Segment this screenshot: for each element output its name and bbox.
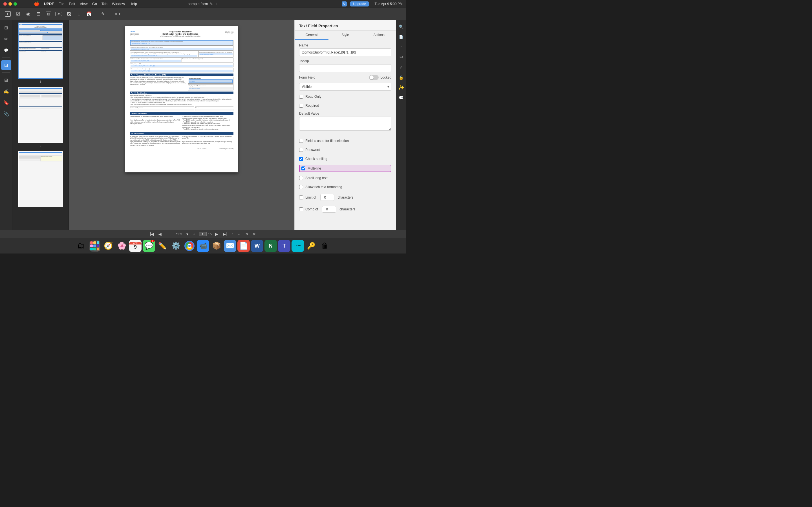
password-checkbox[interactable] (299, 148, 303, 152)
password-label: Password (305, 148, 320, 152)
image-tool-btn[interactable]: 🖼 (64, 10, 73, 18)
first-page-btn[interactable]: |◀ (149, 232, 155, 236)
menu-help[interactable]: Help (130, 2, 137, 6)
close-btn[interactable]: ✕ (252, 232, 257, 236)
sign-tool-btn[interactable]: ⊡ (74, 10, 84, 18)
zoom-dropdown-btn[interactable]: ▾ (185, 232, 190, 236)
dock-dropbox[interactable]: 📦 (210, 240, 223, 252)
dock-wave[interactable]: 〰 (292, 240, 304, 252)
limit-checkbox[interactable] (299, 195, 303, 200)
file-selection-checkbox[interactable] (299, 139, 303, 143)
text-field-tool-btn[interactable]: T| (3, 10, 12, 18)
share-icon-btn[interactable]: ↑ (397, 43, 405, 51)
dock-acrobat[interactable]: 📄 (238, 240, 250, 252)
read-only-checkbox[interactable] (299, 95, 303, 99)
sidebar-item-annotations[interactable]: ✏ (1, 34, 11, 44)
verify-icon-btn[interactable]: ✓ (397, 63, 405, 71)
scroll-long-text-checkbox[interactable] (299, 176, 303, 180)
limit-value-input[interactable] (320, 194, 335, 201)
search-icon-btn[interactable]: 🔍 (397, 22, 405, 31)
menu-edit[interactable]: Edit (69, 2, 75, 6)
check-spelling-checkbox[interactable] (299, 157, 303, 161)
tab-actions[interactable]: Actions (362, 31, 396, 40)
dock-launchpad[interactable] (89, 240, 101, 252)
page-number-input[interactable] (199, 232, 207, 236)
toolbar-separator-2 (110, 11, 110, 17)
chat-icon-btn[interactable]: 💬 (397, 94, 405, 102)
next-page-btn[interactable]: ▶ (214, 232, 219, 236)
menu-updf[interactable]: UPDF (44, 2, 54, 6)
prop-tooltip-input[interactable] (299, 64, 391, 72)
sidebar-item-comments[interactable]: 💬 (1, 45, 11, 55)
list-tool-btn[interactable]: ☰ (34, 10, 43, 18)
dock-calendar[interactable]: APR 9 (129, 240, 142, 252)
allow-rich-text-checkbox[interactable] (299, 185, 303, 189)
settings-btn[interactable]: ⚙ ▾ (112, 11, 123, 17)
menu-apple[interactable]: 🍎 (34, 1, 40, 6)
dock-zoom[interactable]: 📹 (197, 240, 209, 252)
dock-chrome[interactable] (183, 240, 196, 252)
close-button[interactable] (3, 2, 7, 6)
menu-go[interactable]: Go (92, 2, 97, 6)
dock-system-prefs[interactable]: ⚙️ (170, 240, 182, 252)
dock-freeform[interactable]: ✏️ (156, 240, 168, 252)
thumbnail-page-2[interactable]: 2 (15, 87, 66, 148)
comb-value-input[interactable] (322, 206, 336, 213)
sidebar-item-organize[interactable]: ⊞ (1, 75, 11, 85)
lock-icon-btn[interactable]: 🔒 (397, 73, 405, 82)
upgrade-button[interactable]: Upgrade (350, 1, 369, 6)
sidebar-item-bookmarks[interactable]: 🔖 (1, 98, 11, 108)
tab-general[interactable]: General (295, 31, 328, 40)
thumbnail-page-3[interactable]: Example: Article 20 of the U.S.-China in… (15, 151, 66, 212)
dock-safari[interactable]: 🧭 (102, 240, 114, 252)
dock-finder[interactable]: 🗂 (75, 240, 87, 252)
dock-keychain[interactable]: 🔑 (305, 240, 317, 252)
ai-icon-btn[interactable]: ✨ (397, 83, 405, 92)
edit-title-icon[interactable]: ✎ (210, 2, 213, 6)
last-page-btn[interactable]: ▶| (221, 232, 228, 236)
dock-mail[interactable]: ✉️ (224, 240, 236, 252)
menu-window[interactable]: Window (112, 2, 125, 6)
date-tool-btn[interactable]: 📅 (85, 10, 94, 18)
edit-tool-btn[interactable]: ✎ (98, 10, 107, 18)
visibility-select[interactable]: Visible Hidden No Print No View (299, 83, 391, 91)
minimize-button[interactable] (8, 2, 12, 6)
button-tool-btn[interactable]: OK (54, 10, 63, 18)
field-address: 5 Address (number, street, and apt. or s… (130, 58, 182, 62)
rotate-btn[interactable]: ↻ (244, 232, 249, 236)
prev-page-btn[interactable]: ◀ (157, 232, 163, 236)
prop-name-input[interactable] (299, 48, 391, 56)
fit-width-btn[interactable]: ↔ (236, 232, 242, 236)
checkbox-tool-btn[interactable]: ☑ (13, 10, 22, 18)
required-checkbox[interactable] (299, 104, 303, 108)
fit-height-btn[interactable]: ↕ (230, 232, 234, 236)
multi-line-checkbox[interactable] (301, 166, 305, 170)
menu-tab[interactable]: Tab (101, 2, 107, 6)
dock-trash[interactable]: 🗑 (319, 240, 331, 252)
zoom-out-btn[interactable]: − (167, 232, 172, 236)
menu-view[interactable]: View (80, 2, 88, 6)
sidebar-item-signatures[interactable]: ✍ (1, 86, 11, 96)
menu-file[interactable]: File (58, 2, 64, 6)
sidebar-item-thumbnails[interactable]: ⊞ (1, 22, 11, 33)
file-icon-btn[interactable]: 📄 (397, 33, 405, 41)
tab-style[interactable]: Style (328, 31, 362, 40)
sidebar-item-attachments[interactable]: 📎 (1, 109, 11, 119)
dropdown-tool-btn[interactable]: ▤ (44, 10, 53, 18)
document-area[interactable]: UPDF Department of theTreasury / Interna… (69, 20, 294, 230)
thumbnail-page-1[interactable]: UPDF Request for Taxpayer Identification… (15, 22, 66, 83)
dock-word[interactable]: W (251, 240, 263, 252)
dock-teams[interactable]: T (278, 240, 290, 252)
dock-photos[interactable]: 🌸 (116, 240, 128, 252)
add-tab-icon[interactable]: + (216, 1, 218, 6)
default-value-textarea[interactable] (299, 117, 391, 131)
comb-checkbox[interactable] (299, 207, 303, 211)
zoom-in-btn[interactable]: + (192, 232, 196, 236)
dock-numbers[interactable]: N (264, 240, 277, 252)
email-icon-btn[interactable]: ✉ (397, 53, 405, 61)
radio-tool-btn[interactable]: ◉ (24, 10, 33, 18)
maximize-button[interactable] (13, 2, 17, 6)
locked-toggle[interactable] (369, 75, 378, 80)
dock-messages[interactable]: 💬 2 (143, 240, 155, 252)
sidebar-item-forms[interactable]: ⊡ (1, 60, 11, 70)
